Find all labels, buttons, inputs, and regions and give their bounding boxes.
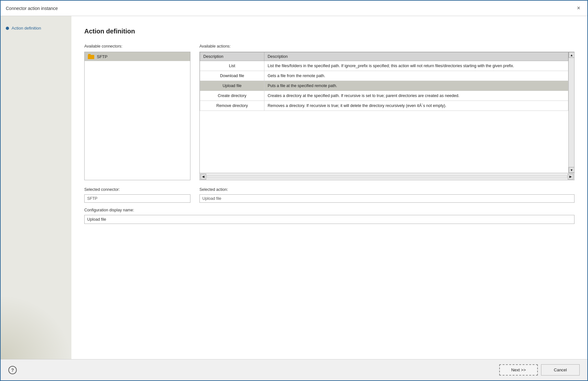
action-desc-cell: Puts a file at the specified remote path… xyxy=(264,81,568,91)
actions-scroll-wrapper: Description Description List List the fi… xyxy=(200,52,574,173)
selected-connector-group: Selected connector: xyxy=(84,187,190,203)
selected-action-input[interactable] xyxy=(199,194,574,203)
scroll-up-button[interactable]: ▲ xyxy=(569,52,574,58)
action-name-cell: Upload file xyxy=(200,81,264,91)
scroll-track[interactable] xyxy=(569,58,574,167)
vertical-scrollbar[interactable]: ▲ ▼ xyxy=(568,52,574,173)
scroll-left-button[interactable]: ◀ xyxy=(200,174,206,180)
connectors-actions-section: Available connectors: SFTP Available act… xyxy=(84,44,574,180)
connector-item-sftp[interactable]: SFTP xyxy=(85,52,190,61)
table-row[interactable]: Remove directory Removes a directory. If… xyxy=(200,101,568,111)
connectors-col: Available connectors: SFTP xyxy=(84,44,190,180)
connector-name: SFTP xyxy=(97,54,107,59)
action-desc-cell: List the files/folders in the specified … xyxy=(264,61,568,71)
col-header-desc: Description xyxy=(264,52,568,61)
table-row[interactable]: Upload file Puts a file at the specified… xyxy=(200,81,568,91)
action-desc-cell: Gets a file from the remote path. xyxy=(264,71,568,81)
config-display-name-label: Configuration display name: xyxy=(84,208,574,212)
selected-action-label: Selected action: xyxy=(199,187,574,192)
horizontal-scrollbar[interactable]: ◀ ▶ xyxy=(200,173,574,180)
h-scroll-track[interactable] xyxy=(207,175,567,178)
bottom-bar: ? Next >> Cancel xyxy=(1,359,587,380)
scroll-right-button[interactable]: ▶ xyxy=(568,174,574,180)
sidebar-item-label: Action definition xyxy=(12,26,41,31)
actions-table: Description Description List List the fi… xyxy=(200,52,568,111)
table-scroll-content: Description Description List List the fi… xyxy=(200,52,568,173)
available-actions-label: Available actions: xyxy=(199,44,574,49)
sidebar-item-action-definition[interactable]: Action definition xyxy=(6,26,66,31)
config-display-name-input[interactable] xyxy=(84,215,574,224)
action-name-cell: List xyxy=(200,61,264,71)
selected-fields-row: Selected connector: Selected action: xyxy=(84,187,574,203)
selected-action-group: Selected action: xyxy=(199,187,574,203)
window-title: Connector action instance xyxy=(6,6,58,11)
col-header-name: Description xyxy=(200,52,264,61)
sidebar-dot xyxy=(6,27,9,30)
content-area: Action definition Available connectors: … xyxy=(71,16,587,359)
action-desc-cell: Removes a directory. If recursive is tru… xyxy=(264,101,568,111)
available-connectors-label: Available connectors: xyxy=(84,44,190,49)
page-title: Action definition xyxy=(84,28,574,35)
cancel-button[interactable]: Cancel xyxy=(541,364,580,376)
action-name-cell: Remove directory xyxy=(200,101,264,111)
table-row[interactable]: Create directory Creates a directory at … xyxy=(200,91,568,101)
bottom-buttons: Next >> Cancel xyxy=(499,364,580,376)
next-button[interactable]: Next >> xyxy=(499,364,538,376)
action-desc-cell: Creates a directory at the specified pat… xyxy=(264,91,568,101)
sidebar: Action definition xyxy=(1,16,71,359)
main-content: Action definition Action definition Avai… xyxy=(1,16,587,359)
folder-icon xyxy=(88,54,94,59)
close-button[interactable]: × xyxy=(575,4,582,12)
scroll-down-button[interactable]: ▼ xyxy=(569,167,574,173)
action-name-cell: Download file xyxy=(200,71,264,81)
help-button[interactable]: ? xyxy=(8,366,17,374)
table-row[interactable]: List List the files/folders in the speci… xyxy=(200,61,568,71)
config-name-section: Configuration display name: xyxy=(84,208,574,224)
actions-col: Available actions: Description Descripti… xyxy=(199,44,574,180)
main-window: Connector action instance × Action defin… xyxy=(0,0,588,381)
action-name-cell: Create directory xyxy=(200,91,264,101)
connectors-list[interactable]: SFTP xyxy=(84,52,190,180)
title-bar: Connector action instance × xyxy=(1,1,587,16)
selected-connector-input[interactable] xyxy=(84,194,190,203)
table-row[interactable]: Download file Gets a file from the remot… xyxy=(200,71,568,81)
actions-table-wrapper: Description Description List List the fi… xyxy=(199,52,574,180)
selected-connector-label: Selected connector: xyxy=(84,187,190,192)
